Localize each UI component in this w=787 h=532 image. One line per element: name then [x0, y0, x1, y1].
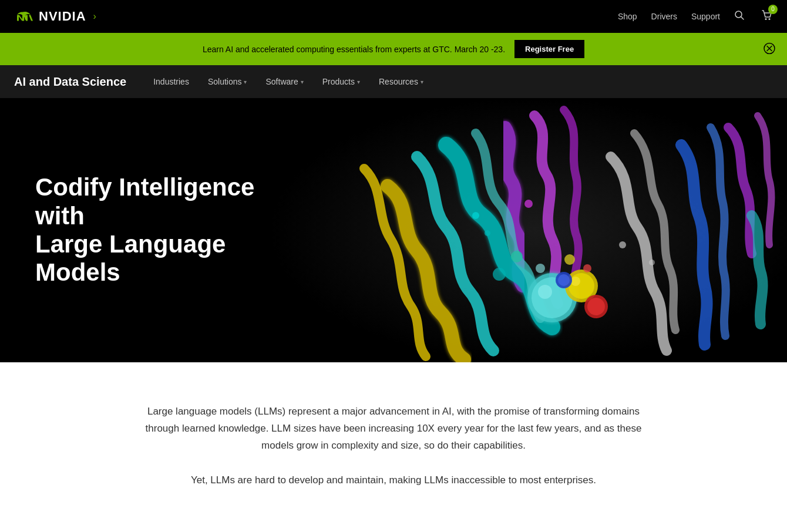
nav-item-software[interactable]: Software ▾: [257, 65, 311, 98]
support-link[interactable]: Support: [691, 12, 720, 21]
hero-content: Codify Intelligence with Large Language …: [0, 138, 294, 322]
hero-title: Codify Intelligence with Large Language …: [35, 173, 258, 287]
cart-count-badge: 0: [768, 5, 778, 14]
svg-point-13: [571, 277, 580, 286]
secondary-navigation: AI and Data Science Industries Solutions…: [0, 65, 787, 98]
promo-banner: Learn AI and accelerated computing essen…: [0, 33, 787, 65]
molecule-svg: [270, 98, 787, 362]
top-nav-left: NVIDIA ›: [14, 8, 96, 25]
cart-icon[interactable]: 0: [761, 9, 773, 24]
svg-point-25: [524, 200, 533, 208]
hero-section: Codify Intelligence with Large Language …: [0, 98, 787, 362]
nvidia-logo-icon: [14, 8, 35, 25]
svg-point-22: [493, 268, 506, 281]
nvidia-logo[interactable]: NVIDIA: [14, 8, 86, 25]
nav-chevron-icon: ›: [93, 11, 96, 22]
nav-item-solutions[interactable]: Solutions ▾: [200, 65, 255, 98]
svg-point-26: [619, 241, 626, 248]
secondary-nav-items: Industries Solutions ▾ Software ▾ Produc…: [145, 65, 432, 98]
svg-point-17: [558, 274, 570, 286]
banner-close-button[interactable]: [764, 42, 775, 56]
resources-dropdown-arrow-icon: ▾: [421, 79, 423, 85]
nav-item-products[interactable]: Products ▾: [314, 65, 368, 98]
svg-point-3: [769, 18, 771, 20]
search-icon[interactable]: [734, 10, 745, 23]
svg-point-19: [536, 264, 545, 273]
hero-visualization: [270, 98, 787, 362]
svg-point-20: [564, 254, 575, 265]
top-navigation: NVIDIA › Shop Drivers Support 0: [0, 0, 787, 33]
register-free-button[interactable]: Register Free: [514, 40, 584, 58]
software-dropdown-arrow-icon: ▾: [301, 79, 304, 85]
top-nav-right: Shop Drivers Support 0: [618, 9, 773, 24]
content-paragraph-2: Yet, LLMs are hard to develop and mainta…: [129, 472, 658, 489]
nvidia-wordmark: NVIDIA: [39, 9, 86, 24]
svg-point-2: [765, 18, 767, 20]
svg-line-1: [741, 16, 744, 19]
svg-point-24: [485, 230, 490, 236]
svg-point-27: [649, 260, 655, 265]
content-section: Large language models (LLMs) represent a…: [0, 362, 787, 532]
svg-point-23: [472, 212, 479, 219]
products-dropdown-arrow-icon: ▾: [357, 79, 360, 85]
svg-point-21: [583, 264, 591, 272]
svg-point-18: [511, 251, 523, 262]
drivers-link[interactable]: Drivers: [651, 12, 677, 21]
svg-point-15: [587, 298, 605, 315]
section-brand-title: AI and Data Science: [14, 75, 126, 89]
nav-item-industries[interactable]: Industries: [145, 65, 197, 98]
svg-point-12: [569, 273, 594, 299]
promo-banner-text: Learn AI and accelerated computing essen…: [203, 45, 505, 54]
shop-link[interactable]: Shop: [618, 12, 637, 21]
solutions-dropdown-arrow-icon: ▾: [244, 79, 247, 85]
content-paragraph-1: Large language models (LLMs) represent a…: [129, 403, 658, 454]
nav-item-resources[interactable]: Resources ▾: [371, 65, 432, 98]
svg-point-10: [538, 285, 552, 299]
